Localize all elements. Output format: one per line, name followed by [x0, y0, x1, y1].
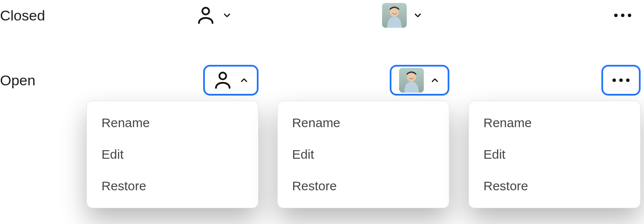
chevron-up-icon: [430, 75, 440, 85]
avatar-dropdown-closed[interactable]: [373, 0, 432, 31]
open-avatar-cell: Rename Edit Restore: [263, 65, 453, 224]
avatar-dropdown-open[interactable]: [390, 65, 449, 96]
open-person-cell: Rename Edit Restore: [72, 65, 263, 224]
state-label-open: Open: [0, 65, 72, 96]
avatar: [382, 3, 407, 28]
more-options-open[interactable]: [601, 65, 641, 96]
menu-item-restore[interactable]: Restore: [87, 170, 258, 202]
more-options-closed[interactable]: [605, 0, 641, 31]
menu-item-restore[interactable]: Restore: [469, 170, 640, 202]
chevron-down-icon: [413, 10, 423, 20]
more-horizontal-icon: [614, 14, 631, 17]
person-icon: [213, 70, 233, 90]
svg-point-3: [219, 73, 226, 79]
menu-item-edit[interactable]: Edit: [278, 139, 449, 170]
open-more-cell: Rename Edit Restore: [454, 65, 644, 224]
chevron-down-icon: [222, 10, 232, 20]
closed-more-cell: [454, 0, 644, 31]
menu-item-restore[interactable]: Restore: [278, 170, 449, 202]
state-label-closed: Closed: [0, 0, 72, 31]
menu-item-rename[interactable]: Rename: [87, 107, 258, 139]
menu-item-rename[interactable]: Rename: [278, 107, 449, 139]
dropdown-menu: Rename Edit Restore: [469, 101, 641, 208]
more-horizontal-icon: [612, 79, 630, 82]
closed-avatar-cell: [263, 0, 453, 31]
person-dropdown-closed[interactable]: [186, 0, 242, 31]
dropdown-menu: Rename Edit Restore: [86, 101, 259, 208]
svg-point-0: [202, 8, 209, 15]
chevron-up-icon: [239, 75, 249, 85]
person-dropdown-open[interactable]: [203, 65, 259, 96]
menu-item-edit[interactable]: Edit: [469, 139, 640, 170]
menu-item-edit[interactable]: Edit: [87, 139, 258, 170]
dropdown-menu: Rename Edit Restore: [277, 101, 449, 208]
menu-item-rename[interactable]: Rename: [469, 107, 640, 139]
closed-person-cell: [72, 0, 263, 31]
avatar: [399, 68, 424, 93]
person-icon: [196, 5, 216, 26]
